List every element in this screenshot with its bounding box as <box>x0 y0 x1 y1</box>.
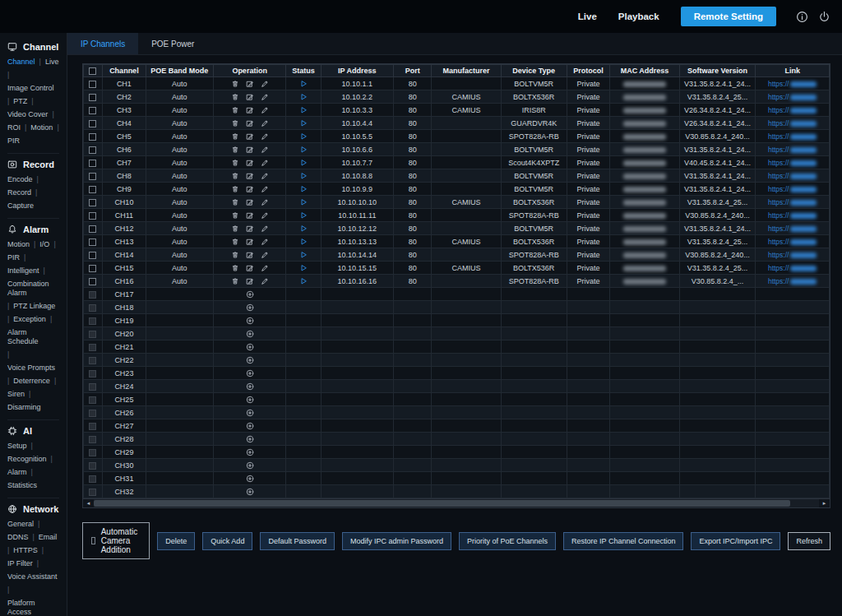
select-all-checkbox[interactable] <box>89 67 96 75</box>
link-cell[interactable]: https:// <box>756 209 830 222</box>
modify-icon[interactable] <box>261 80 269 88</box>
info-icon[interactable] <box>796 11 808 23</box>
plus-circle-icon[interactable] <box>246 356 254 364</box>
row-checkbox[interactable] <box>89 173 96 180</box>
sidebar-item-encode[interactable]: Encode <box>7 175 33 184</box>
power-icon[interactable] <box>818 11 830 23</box>
link-cell[interactable]: https:// <box>756 248 830 262</box>
link-cell[interactable]: https:// <box>756 90 830 104</box>
plus-circle-icon[interactable] <box>246 409 254 417</box>
scroll-left-arrow[interactable]: ◄ <box>83 499 94 508</box>
sidebar-item-siren[interactable]: Siren <box>7 390 25 399</box>
delete-icon[interactable] <box>231 93 239 101</box>
modify-icon[interactable] <box>261 106 269 114</box>
row-checkbox[interactable] <box>89 212 96 220</box>
plus-circle-icon[interactable] <box>246 396 254 404</box>
sidebar-item-ip-filter[interactable]: IP Filter <box>7 559 33 568</box>
sidebar-item-ptz-linkage[interactable]: PTZ Linkage <box>13 302 55 311</box>
sidebar-item-alarm[interactable]: Alarm <box>7 468 27 477</box>
link-cell[interactable]: https:// <box>756 143 830 156</box>
sidebar-item-exception[interactable]: Exception <box>13 315 46 324</box>
plus-circle-icon[interactable] <box>246 303 254 312</box>
link-cell[interactable]: https:// <box>756 77 830 90</box>
edit-icon[interactable] <box>246 119 254 127</box>
sidebar-item-combination-alarm[interactable]: Combination Alarm <box>7 280 59 298</box>
plus-circle-icon[interactable] <box>246 461 254 470</box>
row-checkbox[interactable] <box>89 94 96 101</box>
row-checkbox[interactable] <box>89 160 96 167</box>
edit-icon[interactable] <box>246 80 254 88</box>
link-cell[interactable]: https:// <box>756 130 830 143</box>
link-cell[interactable]: https:// <box>756 275 830 288</box>
sidebar-item-i-o[interactable]: I/O <box>39 240 49 249</box>
modify-icon[interactable] <box>261 264 269 272</box>
auto-add-checkbox[interactable] <box>91 537 95 544</box>
export-ipc-import-ipc-button[interactable]: Export IPC/Import IPC <box>691 532 780 550</box>
topnav-live[interactable]: Live <box>578 12 597 21</box>
scrollbar-thumb[interactable] <box>94 500 790 507</box>
modify-icon[interactable] <box>261 172 269 180</box>
delete-icon[interactable] <box>231 198 239 206</box>
link-cell[interactable]: https:// <box>756 183 830 196</box>
delete-icon[interactable] <box>231 225 239 233</box>
modify-icon[interactable] <box>261 277 269 285</box>
sidebar-item-pir[interactable]: PIR <box>7 137 20 146</box>
tab-poe-power[interactable]: POE Power <box>138 33 207 54</box>
plus-circle-icon[interactable] <box>246 422 254 430</box>
plus-circle-icon[interactable] <box>246 343 254 351</box>
link-cell[interactable]: https:// <box>756 196 830 209</box>
scroll-right-arrow[interactable]: ► <box>819 499 830 508</box>
automatic-camera-addition[interactable]: Automatic Camera Addition <box>82 522 150 559</box>
row-checkbox[interactable] <box>89 186 96 193</box>
modify-icon[interactable] <box>261 146 269 154</box>
row-checkbox[interactable] <box>89 239 96 246</box>
plus-circle-icon[interactable] <box>246 448 254 456</box>
modify-icon[interactable] <box>261 251 269 259</box>
topnav-remote-setting[interactable]: Remote Setting <box>681 7 776 26</box>
edit-icon[interactable] <box>246 132 254 141</box>
row-checkbox[interactable] <box>89 225 96 233</box>
row-checkbox[interactable] <box>89 265 96 272</box>
sidebar-item-roi[interactable]: ROI <box>7 123 21 132</box>
link-cell[interactable]: https:// <box>756 262 830 275</box>
edit-icon[interactable] <box>246 211 254 220</box>
sidebar-item-deterrence[interactable]: Deterrence <box>13 377 50 386</box>
modify-icon[interactable] <box>261 185 269 193</box>
plus-circle-icon[interactable] <box>246 382 254 391</box>
link-cell[interactable]: https:// <box>756 235 830 248</box>
sidebar-item-channel[interactable]: Channel <box>7 58 35 67</box>
edit-icon[interactable] <box>246 225 254 233</box>
delete-button[interactable]: Delete <box>157 532 195 550</box>
edit-icon[interactable] <box>246 159 254 167</box>
sidebar-item-email[interactable]: Email <box>39 533 58 542</box>
modify-icon[interactable] <box>261 132 269 141</box>
delete-icon[interactable] <box>231 119 239 127</box>
edit-icon[interactable] <box>246 172 254 180</box>
edit-icon[interactable] <box>246 146 254 154</box>
plus-circle-icon[interactable] <box>246 435 254 443</box>
topnav-playback[interactable]: Playback <box>618 12 659 21</box>
sidebar-item-video-cover[interactable]: Video Cover <box>7 110 48 119</box>
edit-icon[interactable] <box>246 106 254 114</box>
sidebar-item-platform-access[interactable]: Platform Access <box>7 599 59 616</box>
modify-ipc-admin-password-button[interactable]: Modify IPC admin Password <box>342 532 451 550</box>
sidebar-item-statistics[interactable]: Statistics <box>7 481 37 490</box>
priority-of-poe-channels-button[interactable]: Priority of PoE Channels <box>459 532 556 550</box>
delete-icon[interactable] <box>231 277 239 285</box>
sidebar-item-ptz[interactable]: PTZ <box>13 97 27 106</box>
restore-ip-channel-connection-button[interactable]: Restore IP Channel Connection <box>563 532 683 550</box>
sidebar-item-voice-assistant[interactable]: Voice Assistant <box>7 572 58 581</box>
scrollbar-track[interactable] <box>94 499 819 507</box>
edit-icon[interactable] <box>246 198 254 206</box>
delete-icon[interactable] <box>231 80 239 88</box>
row-checkbox[interactable] <box>89 81 96 88</box>
modify-icon[interactable] <box>261 198 269 206</box>
delete-icon[interactable] <box>231 238 239 246</box>
delete-icon[interactable] <box>231 159 239 167</box>
sidebar-item-pir[interactable]: PIR <box>7 253 20 262</box>
horizontal-scrollbar[interactable]: ◄ ► <box>83 498 830 507</box>
sidebar-item-intelligent[interactable]: Intelligent <box>7 266 39 276</box>
plus-circle-icon[interactable] <box>246 369 254 377</box>
tab-ip-channels[interactable]: IP Channels <box>67 33 138 54</box>
link-cell[interactable]: https:// <box>756 169 830 183</box>
